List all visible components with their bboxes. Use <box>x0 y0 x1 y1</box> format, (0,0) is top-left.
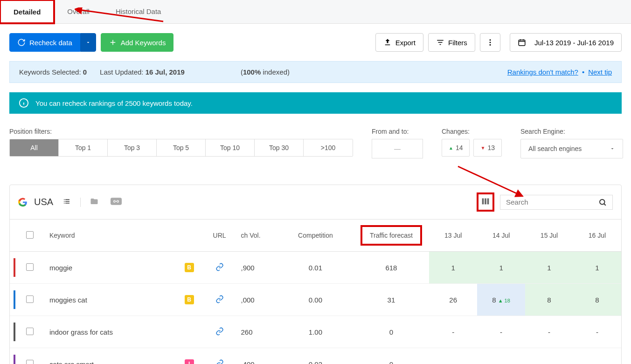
volume-cell: ,000 <box>237 284 278 316</box>
col-competition[interactable]: Competition <box>277 220 354 252</box>
rank-cell: - <box>477 348 525 364</box>
rank-cell: 1 <box>477 252 525 284</box>
keyword-cell[interactable]: moggies cat <box>40 284 177 316</box>
position-filter-top-3[interactable]: Top 33 <box>108 139 157 156</box>
rank-cell: - <box>429 348 477 364</box>
tab-overall[interactable]: Overall <box>54 0 103 23</box>
indexed-pct: 100% <box>243 68 261 76</box>
recheck-limit-banner: You can recheck rankings of 2500 keyword… <box>9 92 622 114</box>
url-cell[interactable] <box>202 252 237 284</box>
traffic-cell: 618 <box>354 252 430 284</box>
search-engine-value: All search engines <box>528 145 582 152</box>
position-filter-all[interactable]: All105 <box>10 139 59 156</box>
competition-cell: 0.02 <box>277 348 354 364</box>
from-to-input[interactable]: — <box>372 139 423 158</box>
col-url[interactable]: URL <box>202 220 237 252</box>
rank-cell: - <box>525 316 573 348</box>
triangle-down-icon: ▼ <box>480 145 485 151</box>
position-filter-top-30[interactable]: Top 3024 ▼ 2 <box>255 139 304 156</box>
more-vert-icon <box>486 38 494 47</box>
changes-up[interactable]: ▲14 <box>442 139 470 157</box>
indexed-label: indexed <box>261 68 287 76</box>
rank-cell: 8 <box>525 284 573 316</box>
info-icon <box>19 98 29 108</box>
table-row: moggies catB,0000.0031268▲ 1888 <box>10 284 621 316</box>
url-cell[interactable] <box>202 348 237 364</box>
url-cell[interactable] <box>202 284 237 316</box>
row-checkbox[interactable] <box>26 295 34 303</box>
keyword-cell[interactable]: moggie <box>40 252 177 284</box>
select-all-checkbox[interactable] <box>26 231 34 239</box>
rank-cell: 1 <box>429 252 477 284</box>
recheck-dropdown[interactable] <box>80 33 96 52</box>
next-tip-link[interactable]: Next tip <box>588 68 612 76</box>
col-d1[interactable]: 13 Jul <box>429 220 477 252</box>
upload-icon <box>383 38 392 47</box>
date-range-button[interactable]: Jul-13 2019 - Jul-16 2019 <box>510 33 622 52</box>
col-d4[interactable]: 16 Jul <box>573 220 621 252</box>
region-label: USA <box>34 197 53 207</box>
position-filters: All105Top 13Top 33Top 510 ▲ 2Top 1013 ▼ … <box>9 139 353 157</box>
row-checkbox[interactable] <box>26 263 34 271</box>
col-volume[interactable]: ch Vol. <box>237 220 278 252</box>
search-engine-label: Search Engine: <box>520 128 623 135</box>
keyword-cell[interactable]: indoor grass for cats <box>40 316 177 348</box>
svg-rect-4 <box>519 40 525 46</box>
col-keyword[interactable]: Keyword <box>40 220 177 252</box>
keyword-cell[interactable]: cats are smart <box>40 348 177 364</box>
col-d3[interactable]: 15 Jul <box>525 220 573 252</box>
svg-rect-8 <box>482 199 484 205</box>
selected-label: Keywords Selected: <box>19 68 81 76</box>
svg-point-11 <box>600 199 605 205</box>
export-button[interactable]: Export <box>375 33 423 52</box>
triangle-up-icon: ▲ <box>449 145 453 151</box>
position-filter-top-1[interactable]: Top 13 <box>59 139 108 156</box>
rank-cell: - <box>477 316 525 348</box>
columns-toggle[interactable] <box>478 193 493 211</box>
table-row: moggieB,9000.016181111 <box>10 252 621 284</box>
col-traffic[interactable]: Traffic forecast <box>354 220 430 252</box>
volume-cell: 260 <box>237 316 278 348</box>
search-engine-select[interactable]: All search engines <box>520 139 623 158</box>
position-filter-top-5[interactable]: Top 510 ▲ 2 <box>157 139 206 156</box>
recheck-button[interactable]: Recheck data <box>9 33 80 52</box>
filters-label: Filters <box>448 39 467 47</box>
competition-cell: 1.00 <box>277 316 354 348</box>
info-bar: Keywords Selected: 0 Last Updated: 16 Ju… <box>9 61 622 83</box>
rank-cell: 8▲ 18 <box>477 284 525 316</box>
keywords-card: USA Keyword URL ch Vol. <box>9 185 622 364</box>
link-chip-icon[interactable] <box>108 195 125 209</box>
table-row: indoor grass for cats2601.000---- <box>10 316 621 348</box>
filters-button[interactable]: Filters <box>428 33 475 52</box>
row-checkbox[interactable] <box>26 328 34 335</box>
more-button[interactable] <box>480 33 500 52</box>
svg-rect-9 <box>485 199 486 205</box>
volume-cell: ,400 <box>237 348 278 364</box>
recheck-label: Recheck data <box>29 39 72 47</box>
changes-up-val: 14 <box>456 144 463 151</box>
svg-rect-10 <box>487 199 489 205</box>
list-view-icon[interactable] <box>60 194 74 210</box>
search-box[interactable] <box>500 195 613 210</box>
position-filter->100[interactable]: >10066 ▲ 1 <box>304 139 353 156</box>
rank-cell: - <box>573 316 621 348</box>
url-cell[interactable] <box>202 316 237 348</box>
tab-detailed[interactable]: Detailed <box>0 0 54 23</box>
dot-sep: • <box>582 68 584 76</box>
folder-icon[interactable] <box>87 194 101 210</box>
changes-down[interactable]: ▼13 <box>473 139 501 157</box>
tab-historical[interactable]: Historical Data <box>103 0 174 23</box>
table-row: cats are smartI,4000.020---- <box>10 348 621 364</box>
col-d2[interactable]: 14 Jul <box>477 220 525 252</box>
competition-cell: 0.00 <box>277 284 354 316</box>
competition-cell: 0.01 <box>277 252 354 284</box>
recheck-group: Recheck data <box>9 33 96 52</box>
rankings-match-link[interactable]: Rankings don't match? <box>507 68 578 76</box>
search-input[interactable] <box>506 198 595 206</box>
traffic-cell: 0 <box>354 348 430 364</box>
row-checkbox[interactable] <box>26 360 34 364</box>
badge-B: B <box>185 295 194 304</box>
svg-point-3 <box>489 44 491 46</box>
position-filter-top-10[interactable]: Top 1013 ▼ 1 <box>206 139 255 156</box>
add-keywords-button[interactable]: Add Keywords <box>101 33 174 52</box>
